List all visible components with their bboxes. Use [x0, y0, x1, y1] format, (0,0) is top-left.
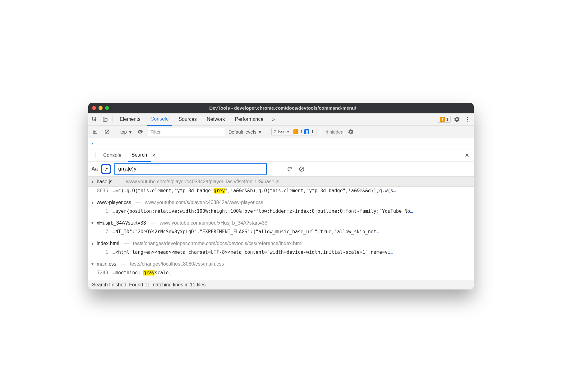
- svg-line-9: [300, 167, 303, 171]
- window-controls: [92, 106, 109, 110]
- chevron-down-icon: ▼: [258, 129, 262, 134]
- refresh-icon[interactable]: [285, 165, 294, 173]
- warning-icon: !: [440, 117, 445, 122]
- issues-label: 2 Issues:: [274, 129, 292, 134]
- svg-line-6: [106, 130, 108, 133]
- main-tab-console[interactable]: Console: [147, 113, 173, 126]
- search-input[interactable]: [114, 163, 267, 175]
- main-tab-network[interactable]: Network: [203, 113, 229, 125]
- disclosure-triangle-icon: ▼: [91, 201, 94, 204]
- result-filepath: www.youtube.com/s/player/c403842a/www-pl…: [145, 200, 263, 205]
- result-filename: xHusjrb_34A?start=33: [97, 220, 146, 226]
- match-case-button[interactable]: Aa: [91, 166, 98, 172]
- prompt-chevron-icon: ›: [91, 141, 93, 146]
- levels-label: Default levels: [228, 129, 256, 134]
- close-tab-icon[interactable]: ×: [152, 152, 155, 159]
- result-file-header[interactable]: ▼main.css—tests/changes/localhost:8080/c…: [88, 259, 474, 269]
- line-number: 7: [94, 229, 108, 235]
- disclosure-triangle-icon: ▼: [91, 180, 94, 184]
- main-tab-sources[interactable]: Sources: [175, 113, 200, 125]
- settings-icon[interactable]: [453, 115, 461, 124]
- disclosure-triangle-icon: ▼: [91, 242, 94, 245]
- result-file-header[interactable]: ▼index.html—tests/changes/developer.chro…: [88, 239, 474, 248]
- code-snippet: …<html lang=en><head><meta charset=UTF-8…: [113, 249, 393, 255]
- clear-search-icon[interactable]: [297, 165, 306, 173]
- result-file-header[interactable]: ▼www-player.css—www.youtube.com/s/player…: [88, 198, 474, 207]
- context-dropdown[interactable]: top ▼: [120, 129, 133, 134]
- svg-marker-4: [94, 131, 95, 132]
- result-filename: base.js: [97, 179, 113, 185]
- issues-warn-count: 1: [300, 129, 303, 134]
- kebab-menu-icon[interactable]: ⋮: [463, 115, 472, 124]
- line-number: 7249: [94, 270, 108, 276]
- live-expression-icon[interactable]: [136, 127, 145, 136]
- disclosure-triangle-icon: ▼: [91, 221, 94, 225]
- result-filename: main.css: [97, 261, 116, 267]
- result-line[interactable]: 7249…moothing: grayscale;: [88, 269, 474, 280]
- titlebar: DevTools - developer.chrome.com/docs/dev…: [88, 103, 474, 113]
- result-filename: www-player.css: [97, 200, 131, 205]
- result-file-header[interactable]: ▼base.js—www.youtube.com/s/player/c40384…: [88, 177, 474, 187]
- code-snippet: …=c);g.O(this.element,"ytp-3d-badge-grey…: [113, 188, 396, 194]
- divider: [113, 116, 113, 123]
- toggle-sidebar-icon[interactable]: [91, 127, 99, 136]
- console-toolbar: top ▼ Default levels ▼ 2 Issues: ! 1 ❚ 1…: [88, 126, 474, 138]
- divider: [267, 128, 267, 135]
- search-results: ▼base.js—www.youtube.com/s/player/c40384…: [88, 177, 474, 280]
- line-number: 1: [94, 249, 108, 255]
- minimize-window-button[interactable]: [99, 106, 103, 110]
- result-line[interactable]: 8635…=c);g.O(this.element,"ytp-3d-badge-…: [88, 187, 474, 198]
- filter-input[interactable]: [148, 128, 225, 136]
- result-line[interactable]: 1…ayer{position:relative;width:100%;heig…: [88, 207, 474, 218]
- result-filepath: www.youtube.com/s/player/c403842a/player…: [126, 179, 279, 185]
- disclosure-triangle-icon: ▼: [91, 262, 94, 266]
- hidden-count[interactable]: 4 hidden: [325, 129, 343, 134]
- code-snippet: …moothing: grayscale;: [113, 270, 172, 276]
- regex-button[interactable]: .*: [101, 164, 111, 174]
- main-tab-elements[interactable]: Elements: [116, 113, 144, 125]
- devtools-window: DevTools - developer.chrome.com/docs/dev…: [88, 103, 474, 289]
- issues-button[interactable]: 2 Issues: ! 1 ❚ 1: [271, 128, 317, 135]
- drawer-tabbar: ⋮ ConsoleSearch× ✕: [88, 149, 474, 162]
- device-toolbar-icon[interactable]: [101, 115, 109, 124]
- clear-console-icon[interactable]: [103, 127, 111, 136]
- result-file-header[interactable]: ▼xHusjrb_34A?start=33—www.youtube.com/em…: [88, 218, 474, 228]
- status-bar: Search finished. Found 11 matching lines…: [88, 280, 474, 289]
- issues-info-count: 1: [311, 129, 314, 134]
- svg-rect-2: [105, 118, 107, 121]
- drawer-tab-search[interactable]: Search: [128, 149, 151, 162]
- svg-point-7: [140, 131, 140, 132]
- console-prompt[interactable]: ›: [88, 138, 474, 149]
- chevron-down-icon: ▼: [128, 129, 133, 134]
- line-number: 8635: [94, 188, 108, 194]
- more-tabs-icon[interactable]: »: [269, 115, 278, 124]
- result-filepath: www.youtube.com/embed/xHusjrb_34A?start=…: [160, 220, 267, 226]
- inspect-element-icon[interactable]: [90, 115, 99, 124]
- drawer-tab-console[interactable]: Console: [99, 149, 125, 162]
- search-toolbar: Aa .*: [88, 162, 474, 177]
- window-title: DevTools - developer.chrome.com/docs/dev…: [114, 105, 451, 111]
- code-snippet: …NT_ID":"2OeQYs2rNcSnW8yxpLgD","EXPERIME…: [113, 229, 379, 235]
- divider: [116, 128, 116, 135]
- result-filepath: tests/changes/developer.chrome.com/docs/…: [133, 241, 302, 246]
- main-tabbar: ElementsConsoleSourcesNetworkPerformance…: [88, 113, 474, 126]
- result-line[interactable]: 1…<html lang=en><head><meta charset=UTF-…: [88, 248, 474, 259]
- drawer-menu-icon[interactable]: ⋮: [91, 151, 99, 160]
- maximize-window-button[interactable]: [105, 106, 109, 110]
- result-filepath: tests/changes/localhost:8080/css/main.cs…: [130, 261, 224, 267]
- line-number: 1: [94, 208, 108, 214]
- result-filename: index.html: [97, 241, 119, 246]
- result-line[interactable]: 7…NT_ID":"2OeQYs2rNcSnW8yxpLgD","EXPERIM…: [88, 228, 474, 239]
- divider: [321, 128, 321, 135]
- info-icon: ❚: [304, 129, 309, 134]
- main-tab-performance[interactable]: Performance: [231, 113, 267, 125]
- warning-icon: !: [293, 129, 298, 134]
- console-settings-icon[interactable]: [347, 127, 355, 136]
- warn-count: 1: [446, 117, 449, 122]
- close-window-button[interactable]: [92, 106, 96, 110]
- issues-warn-badge[interactable]: ! 1: [438, 116, 451, 123]
- context-label: top: [120, 129, 127, 134]
- close-drawer-icon[interactable]: ✕: [463, 152, 471, 159]
- code-snippet: …ayer{position:relative;width:100%;heigh…: [113, 208, 413, 214]
- log-levels-dropdown[interactable]: Default levels ▼: [228, 129, 262, 134]
